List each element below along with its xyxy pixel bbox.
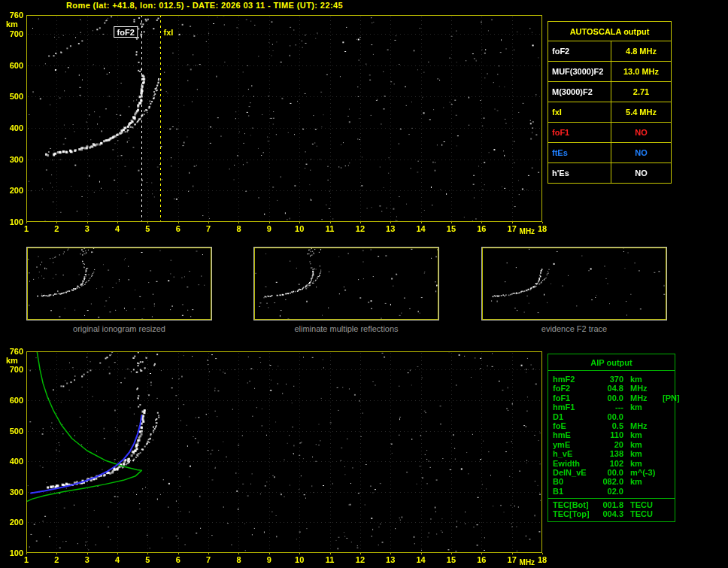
aip-value: 02.0 [598, 487, 623, 497]
autoscala-output-panel: AUTOSCALA output foF24.8 MHzMUF(3000)F21… [548, 21, 672, 184]
autoscala-row-muf3000f2: MUF(3000)F213.0 MHz [548, 62, 671, 82]
aip-note [663, 459, 672, 469]
aip-value: --- [598, 402, 623, 412]
aip-label: hmF1 [553, 402, 598, 412]
autoscala-row-fof1: foF1NO [548, 123, 671, 143]
aip-note [663, 375, 672, 384]
autoscala-param-value: 13.0 MHz [611, 62, 671, 82]
thumbnail-caption-eliminate: eliminate multiple reflections [253, 324, 439, 333]
aip-unit: km [623, 459, 663, 469]
autoscala-rows: foF24.8 MHzMUF(3000)F213.0 MHzM(3000)F22… [548, 41, 671, 183]
aip-note [663, 384, 672, 393]
aip-value: 20 [598, 440, 623, 450]
aip-label: hmF2 [553, 375, 598, 384]
autoscala-param-value: NO [611, 143, 671, 163]
autoscala-param-value: NO [611, 123, 671, 143]
aip-unit [623, 487, 663, 497]
thumbnail-caption-original: original ionogram resized [26, 324, 212, 333]
aip-note [663, 402, 672, 412]
aip-row-fof2: foF204.8MHz [548, 384, 675, 393]
aip-note [663, 509, 672, 519]
aip-value: 370 [598, 375, 623, 384]
aip-value: 082.0 [598, 477, 623, 487]
aip-label: D1 [553, 412, 598, 422]
autoscala-param-name: MUF(3000)F2 [548, 62, 611, 82]
autoscala-row-m3000f2: M(3000)F22.71 [548, 82, 671, 102]
aip-label: B0 [553, 477, 598, 487]
aip-label: h_vE [553, 449, 598, 459]
aip-unit: TECU [623, 500, 663, 510]
aip-note [663, 412, 672, 422]
aip-value: 001.8 [598, 500, 623, 510]
aip-unit: km [623, 402, 663, 412]
aip-row-foe: foE0.5MHz [548, 421, 675, 430]
aip-output-panel: AIP output hmF2370kmfoF204.8MHzfoF100.0M… [548, 354, 675, 522]
aip-label: Ewidth [553, 459, 598, 469]
aip-unit: km [623, 430, 663, 440]
aip-note [663, 440, 672, 450]
aip-row-fof1: foF100.0MHz[PN] [548, 393, 675, 402]
thumbnail-evidence-f2-trace [481, 247, 667, 320]
aip-note [663, 477, 672, 487]
aip-label: TEC[Bot] [553, 500, 598, 510]
aip-label: foF2 [553, 384, 598, 393]
aip-row-hmf2: hmF2370km [548, 375, 675, 384]
aip-value: 00.0 [598, 393, 623, 403]
autoscala-param-name: M(3000)F2 [548, 82, 611, 102]
aip-note [663, 487, 672, 497]
autoscala-param-value: NO [611, 163, 671, 184]
aip-label: foF1 [553, 393, 598, 403]
aip-row-ewidth: Ewidth102km [548, 459, 675, 468]
aip-row-tecbot: TEC[Bot]001.8TECU [548, 500, 675, 509]
aip-row-delnve: DelN_vE00.0m^(-3) [548, 468, 675, 477]
aip-row-b1: B102.0 [548, 487, 675, 496]
aip-label: foE [553, 421, 598, 431]
aip-value: 0.5 [598, 421, 623, 431]
aip-row-hve: h_vE138km [548, 449, 675, 458]
aip-value: 138 [598, 449, 623, 459]
autoscala-param-value: 4.8 MHz [611, 41, 671, 62]
autoscala-param-name: foF1 [548, 123, 611, 143]
aip-unit: km [623, 449, 663, 459]
aip-unit: MHz [623, 384, 663, 393]
aip-value: 04.8 [598, 384, 623, 393]
station-date-time-title: Rome (lat: +41.8, lon: 012.5) - DATE: 20… [66, 1, 343, 10]
aip-label: TEC[Top] [553, 509, 598, 519]
aip-value: 004.3 [598, 509, 623, 519]
aip-row-b0: B0082.0km [548, 477, 675, 486]
aip-row-hme: hmE110km [548, 430, 675, 439]
aip-row-tectop: TEC[Top]004.3TECU [548, 509, 675, 518]
autoscala-row-fxi: fxI5.4 MHz [548, 102, 671, 123]
aip-note [663, 468, 672, 478]
restored-ionogram-chart [0, 346, 549, 568]
thumbnail-eliminate-reflections [253, 247, 439, 320]
aip-unit: m^(-3) [623, 468, 663, 478]
autoscala-param-value: 5.4 MHz [611, 102, 671, 123]
aip-unit [623, 412, 663, 422]
aip-row-hmf1: hmF1---km [548, 402, 675, 412]
aip-note [663, 421, 672, 431]
aip-separator [548, 498, 675, 499]
aip-note [663, 449, 672, 459]
aip-row-yme: ymE20km [548, 440, 675, 449]
autoscala-row-hes: h'EsNO [548, 163, 671, 183]
aip-note: [PN] [663, 393, 681, 403]
aip-label: ymE [553, 440, 598, 450]
aip-note [663, 430, 672, 440]
aip-row-d1: D100.0 [548, 412, 675, 421]
aip-unit: MHz [623, 421, 663, 431]
aip-tec-rows: TEC[Bot]001.8TECUTEC[Top]004.3TECU [548, 500, 675, 519]
aip-value: 110 [598, 430, 623, 440]
aip-unit: km [623, 440, 663, 450]
aip-unit: km [623, 375, 663, 384]
aip-label: DelN_vE [553, 468, 598, 478]
aip-label: hmE [553, 430, 598, 440]
autoscala-param-name: fxI [548, 102, 611, 123]
autoscala-row-fof2: foF24.8 MHz [548, 41, 671, 62]
autoscala-output-title: AUTOSCALA output [548, 22, 671, 41]
aip-unit: TECU [623, 509, 663, 519]
aip-note [663, 500, 672, 510]
autoscala-window: Rome (lat: +41.8, lon: 012.5) - DATE: 20… [0, 0, 728, 568]
aip-label: B1 [553, 487, 598, 497]
thumbnail-original-ionogram [26, 247, 212, 320]
